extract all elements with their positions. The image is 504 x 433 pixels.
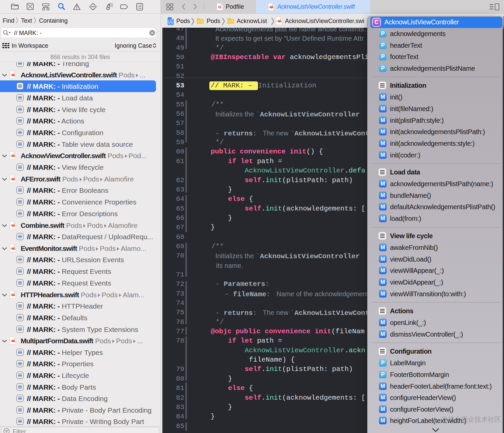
svg-text:rb: rb: [218, 5, 221, 9]
